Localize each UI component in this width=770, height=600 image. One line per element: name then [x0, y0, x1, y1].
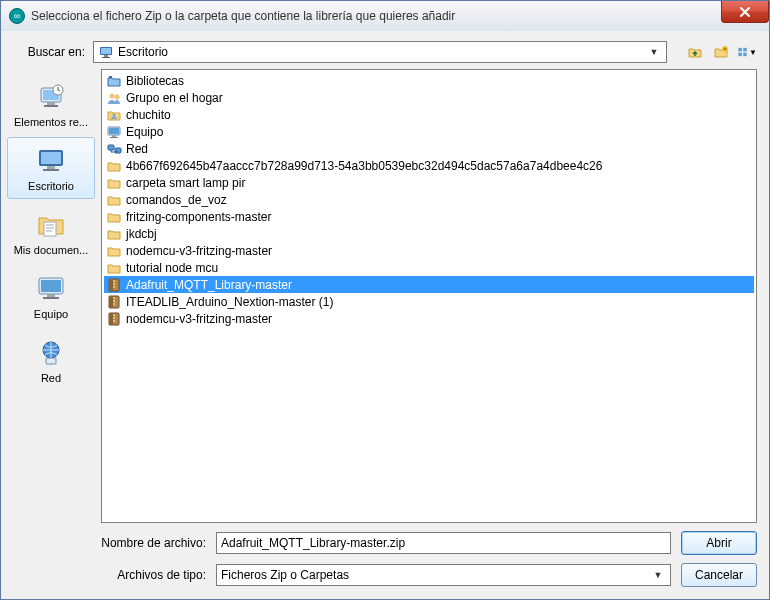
svg-rect-17 [43, 169, 59, 171]
svg-rect-25 [109, 76, 112, 78]
list-item[interactable]: Equipo [104, 123, 754, 140]
library-icon [106, 73, 122, 89]
file-name: carpeta smart lamp pir [126, 176, 245, 190]
chevron-down-icon: ▼ [749, 48, 757, 57]
folder-up-icon [687, 44, 703, 60]
svg-rect-43 [113, 300, 115, 302]
list-item[interactable]: fritzing-components-master [104, 208, 754, 225]
close-button[interactable] [721, 1, 769, 23]
toolbar-icons: ▼ [685, 42, 757, 62]
list-item[interactable]: Grupo en el hogar [104, 89, 754, 106]
view-menu-button[interactable]: ▼ [737, 42, 757, 62]
svg-point-26 [110, 93, 115, 98]
filetype-row: Archivos de tipo: Ficheros Zip o Carpeta… [101, 563, 757, 587]
file-name: Bibliotecas [126, 74, 184, 88]
svg-rect-3 [102, 57, 110, 58]
list-item[interactable]: nodemcu-v3-fritzing-master [104, 310, 754, 327]
zip-icon [106, 277, 122, 293]
place-label: Equipo [34, 308, 68, 320]
new-folder-button[interactable] [711, 42, 731, 62]
zip-icon [106, 311, 122, 327]
folder-icon [106, 209, 122, 225]
chevron-down-icon: ▼ [646, 47, 662, 57]
svg-rect-32 [110, 137, 118, 138]
window-title: Selecciona el fichero Zip o la carpeta q… [31, 9, 455, 23]
filename-row: Nombre de archivo: Abrir [101, 531, 757, 555]
svg-rect-38 [113, 283, 115, 285]
homegroup-icon [106, 90, 122, 106]
place-desktop[interactable]: Escritorio [7, 137, 95, 199]
svg-rect-1 [101, 48, 111, 54]
list-item[interactable]: comandos_de_voz [104, 191, 754, 208]
svg-rect-46 [110, 314, 113, 324]
lookin-row: Buscar en: Escritorio ▼ ▼ [1, 31, 769, 69]
list-item[interactable]: tutorial node mcu [104, 259, 754, 276]
list-item[interactable]: nodemcu-v3-fritzing-master [104, 242, 754, 259]
svg-rect-30 [109, 128, 119, 134]
filename-input[interactable] [216, 532, 671, 554]
folder-icon [106, 175, 122, 191]
lookin-combo[interactable]: Escritorio ▼ [93, 41, 667, 63]
computer-icon [106, 124, 122, 140]
up-one-level-button[interactable] [685, 42, 705, 62]
svg-rect-7 [738, 53, 741, 56]
svg-rect-42 [113, 297, 115, 299]
svg-rect-24 [46, 358, 56, 364]
svg-rect-8 [743, 53, 746, 56]
lookin-label: Buscar en: [13, 45, 85, 59]
list-item[interactable]: 4b667f692645b47aaccc7b728a99d713-54a3bb0… [104, 157, 754, 174]
place-network[interactable]: Red [7, 329, 95, 391]
file-name: jkdcbj [126, 227, 157, 241]
svg-rect-21 [47, 294, 55, 297]
list-item[interactable]: ITEADLIB_Arduino_Nextion-master (1) [104, 293, 754, 310]
svg-rect-16 [47, 166, 55, 169]
list-item[interactable]: carpeta smart lamp pir [104, 174, 754, 191]
filetype-combo[interactable]: Ficheros Zip o Carpetas ▼ [216, 564, 671, 586]
svg-rect-5 [738, 48, 741, 51]
folder-icon [106, 243, 122, 259]
svg-rect-44 [113, 303, 115, 305]
zip-icon [106, 294, 122, 310]
file-name: nodemcu-v3-fritzing-master [126, 244, 272, 258]
svg-rect-37 [113, 280, 115, 282]
folder-icon [106, 192, 122, 208]
folder-icon [106, 158, 122, 174]
place-label: Elementos re... [14, 116, 88, 128]
file-name: comandos_de_voz [126, 193, 227, 207]
svg-rect-47 [113, 314, 115, 316]
cancel-button[interactable]: Cancelar [681, 563, 757, 587]
folder-icon [106, 260, 122, 276]
svg-rect-20 [41, 280, 61, 292]
svg-rect-33 [108, 145, 114, 150]
place-computer[interactable]: Equipo [7, 265, 95, 327]
svg-rect-49 [113, 320, 115, 322]
folder-user-icon [106, 107, 122, 123]
svg-rect-31 [112, 135, 116, 137]
place-label: Red [41, 372, 61, 384]
place-documents[interactable]: Mis documen... [7, 201, 95, 263]
svg-point-27 [115, 94, 120, 99]
place-label: Escritorio [28, 180, 74, 192]
titlebar[interactable]: ∞ Selecciona el fichero Zip o la carpeta… [1, 1, 769, 31]
open-button[interactable]: Abrir [681, 531, 757, 555]
list-item[interactable]: Bibliotecas [104, 72, 754, 89]
file-list[interactable]: BibliotecasGrupo en el hogarchuchitoEqui… [101, 69, 757, 523]
list-item[interactable]: jkdcbj [104, 225, 754, 242]
list-item[interactable]: Adafruit_MQTT_Library-master [104, 276, 754, 293]
chevron-down-icon: ▼ [650, 570, 666, 580]
list-item[interactable]: chuchito [104, 106, 754, 123]
dialog-body: Elementos re...EscritorioMis documen...E… [1, 69, 769, 523]
filetype-label: Archivos de tipo: [101, 568, 206, 582]
svg-rect-22 [43, 297, 59, 299]
place-recent[interactable]: Elementos re... [7, 73, 95, 135]
svg-rect-18 [44, 222, 56, 236]
file-name: Adafruit_MQTT_Library-master [126, 278, 292, 292]
svg-rect-36 [110, 280, 113, 290]
svg-rect-39 [113, 286, 115, 288]
list-item[interactable]: Red [104, 140, 754, 157]
filetype-value: Ficheros Zip o Carpetas [221, 568, 650, 582]
svg-point-28 [113, 113, 116, 116]
file-dialog-window: ∞ Selecciona el fichero Zip o la carpeta… [0, 0, 770, 600]
network-icon [106, 141, 122, 157]
file-name: chuchito [126, 108, 171, 122]
